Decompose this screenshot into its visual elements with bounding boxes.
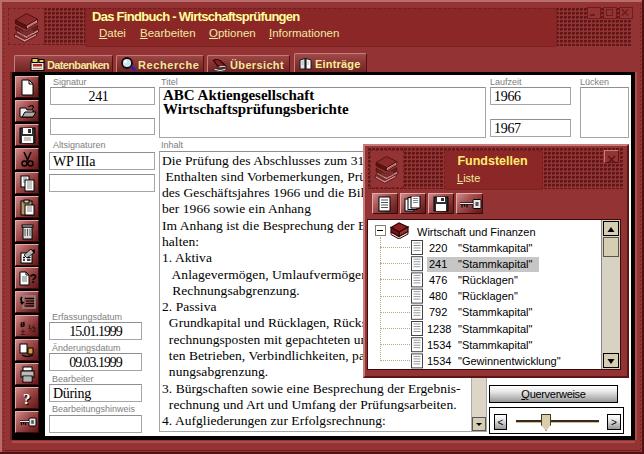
svg-text:±: ± [20,326,26,336]
svg-text:?: ? [30,272,37,286]
svg-text:½: ½ [28,323,36,334]
svg-text:?: ? [23,391,31,407]
